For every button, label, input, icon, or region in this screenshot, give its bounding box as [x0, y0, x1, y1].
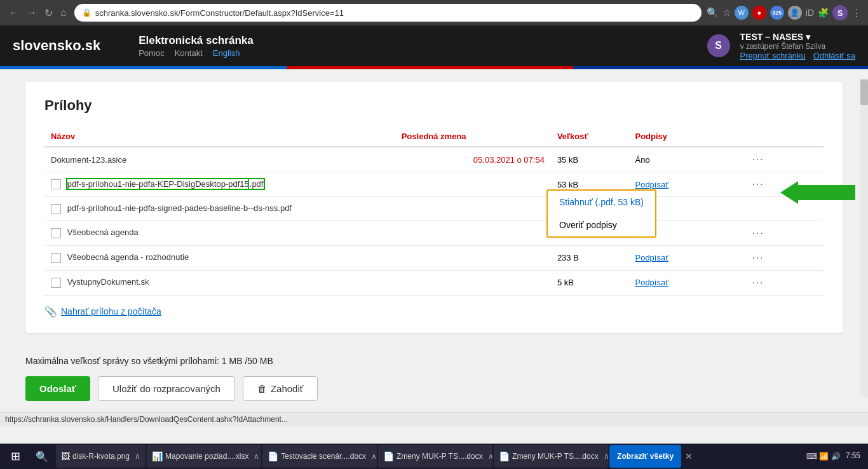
user-avatar: S — [707, 34, 730, 57]
show-all-button[interactable]: Zobraziť všetky — [609, 445, 681, 468]
dropdown-verify[interactable]: Overiť podpisy — [548, 214, 655, 236]
file-checkbox[interactable] — [51, 278, 61, 288]
zahodit-label: Zahodiť — [271, 383, 304, 394]
taskbar-close-1[interactable]: ∧ — [135, 452, 140, 461]
more-actions-btn[interactable]: ··· — [752, 228, 764, 238]
taskbar-item-label-4: Zmeny MUK-P TS....docx — [397, 452, 483, 461]
section-title: Elektronická schránka — [139, 34, 707, 47]
forward-button[interactable]: → — [24, 4, 39, 21]
extensions-icon[interactable]: 🧩 — [818, 8, 829, 18]
more-actions-btn[interactable]: ··· — [752, 277, 764, 288]
taskbar-time: 7:55 — [846, 451, 860, 461]
podpisat-link[interactable]: Podpísať — [635, 253, 668, 262]
time-display: 7:55 — [846, 451, 860, 461]
star-icon[interactable]: ☆ — [722, 7, 731, 18]
profile-icon[interactable]: S — [832, 5, 848, 20]
file-name-cell: pdf-s-prilohou1-nie-pdfa-KEP-DisigDeskto… — [44, 172, 395, 197]
table-row: Všeobecná agenda 132 B ··· — [44, 221, 824, 245]
arrow-body — [798, 185, 855, 200]
home-button[interactable]: ⌂ — [58, 4, 69, 21]
more-actions-btn[interactable]: ··· — [752, 154, 764, 165]
menu-icon[interactable]: ⋮ — [851, 7, 862, 19]
user-info: TEST – NASES ▾ v zastúpení Štefan Szilva… — [740, 32, 855, 60]
table-header-row: Názov Posledná zmena Veľkosť Podpisy — [44, 126, 824, 147]
nav-right: S TEST – NASES ▾ v zastúpení Štefan Szil… — [707, 32, 855, 60]
taskbar-tray: ⌨ 📶 🔊 7:55 — [799, 451, 868, 461]
site-logo: slovensko.sk — [13, 37, 100, 54]
taskbar-item-label-2: Mapovanie poziad....xlsx — [165, 452, 248, 461]
file-checkbox[interactable] — [51, 253, 61, 263]
file-checkbox[interactable] — [51, 204, 61, 214]
table-row: Všeobecná agenda - rozhodnutie 233 B Pod… — [44, 245, 824, 270]
nav-link-kontakt[interactable]: Kontakt — [175, 48, 203, 58]
page-title: Prílohy — [44, 97, 824, 114]
nav-center: Elektronická schránka Pomoc Kontakt Engl… — [139, 34, 707, 58]
file-name: Dokument-123.asice — [51, 155, 126, 165]
file-checkbox[interactable] — [51, 179, 61, 189]
col-header-zmena: Posledná zmena — [395, 126, 551, 147]
taskbar-item-1[interactable]: 🖼 disk-R-kvota.png ∧ — [56, 445, 146, 468]
taskbar-close-2[interactable]: ∧ — [254, 452, 259, 461]
nav-link-english[interactable]: English — [213, 48, 240, 58]
bottom-section: Maximálna veľkosť správy so všetkými prí… — [0, 346, 868, 411]
more-actions-btn[interactable]: ··· — [752, 252, 764, 263]
lock-icon: 🔒 — [82, 8, 92, 17]
col-header-velkost: Veľkosť — [551, 126, 629, 147]
taskbar-item-2[interactable]: 📊 Mapovanie poziad....xlsx ∧ — [147, 445, 261, 468]
windows-icon: ⊞ — [11, 449, 20, 463]
table-row: pdf-s-prilohou1-nie-pdfa-signed-pades-ba… — [44, 197, 824, 221]
taskbar-item-4[interactable]: 📄 Zmeny MUK-P TS....docx ∧ — [378, 445, 492, 468]
user-sub: v zastúpení Štefan Szilva — [740, 42, 855, 51]
taskbar-close-3[interactable]: ∧ — [371, 452, 377, 461]
date-cell — [395, 221, 551, 245]
taskbar-search[interactable]: 🔍 — [31, 444, 53, 469]
date-cell: 05.03.2021 o 07:54 — [395, 147, 551, 172]
date-cell — [395, 270, 551, 295]
back-button[interactable]: ← — [6, 4, 22, 21]
taskbar-item-icon-3: 📄 — [268, 451, 278, 461]
taskbar-close-all[interactable]: ✕ — [685, 451, 693, 461]
start-button[interactable]: ⊞ — [0, 444, 31, 469]
top-navigation: slovensko.sk Elektronická schránka Pomoc… — [0, 25, 868, 66]
upload-link[interactable]: Nahrať prílohu z počítača — [61, 306, 161, 316]
action-cell: ··· — [745, 221, 824, 245]
prepnut-link[interactable]: Prepnúť schránku — [740, 51, 806, 60]
nav-buttons: ← → ↻ ⌂ — [6, 4, 69, 22]
file-checkbox[interactable] — [51, 228, 61, 238]
address-bar[interactable]: 🔒 schranka.slovensko.sk/FormConstructor/… — [74, 4, 702, 22]
taskbar-item-3[interactable]: 📄 Testovacie scenár....docx ∧ — [262, 445, 377, 468]
size-cell: 5 kB — [551, 270, 629, 295]
attachments-table: Názov Posledná zmena Veľkosť Podpisy Dok… — [44, 126, 824, 296]
signatures-cell: Áno — [628, 147, 745, 172]
podpisat-link[interactable]: Podpísať — [635, 278, 668, 287]
file-name: pdf-s-prilohou1-nie-pdfa-KEP-DisigDeskto… — [67, 179, 264, 189]
action-buttons: Odoslať Uložiť do rozpracovaných 🗑 Zahod… — [25, 376, 843, 401]
zahodit-button[interactable]: 🗑 Zahodiť — [243, 376, 318, 401]
green-arrow — [780, 181, 855, 204]
main-wrapper: Prílohy Názov Posledná zmena Veľkosť Pod… — [0, 69, 868, 346]
action-cell: ··· — [745, 147, 824, 172]
ulozit-button[interactable]: Uložiť do rozpracovaných — [98, 376, 235, 401]
search-icon[interactable]: 🔍 — [707, 7, 719, 18]
dropdown-download[interactable]: Stiahnuť (.pdf, 53 kB) — [548, 191, 655, 214]
taskbar-close-4[interactable]: ∧ — [488, 452, 492, 461]
browser-toolbar-icons: 🔍 ☆ W ● 325 👤 iD 🧩 S ⋮ — [707, 5, 862, 20]
date-cell — [395, 245, 551, 270]
podpisat-link[interactable]: Podpísať — [635, 180, 668, 189]
nav-link-pomoc[interactable]: Pomoc — [139, 48, 164, 58]
scrollbar[interactable] — [860, 79, 868, 397]
scrollbar-thumb[interactable] — [860, 79, 868, 105]
file-name-cell: Dokument-123.asice — [44, 147, 395, 172]
odhlasit-link[interactable]: Odhlásiť sa — [813, 51, 855, 60]
dropdown-menu: Stiahnuť (.pdf, 53 kB) Overiť podpisy — [546, 189, 656, 238]
odoslat-button[interactable]: Odoslať — [25, 376, 90, 401]
taskbar-item-5[interactable]: 📄 Zmeny MUK-P TS....docx ∧ — [494, 445, 608, 468]
extension-icon-w: W — [735, 6, 749, 20]
table-row: VystupnyDokument.sk 5 kB Podpísať ··· — [44, 270, 824, 295]
taskbar-close-5[interactable]: ∧ — [604, 452, 608, 461]
user-name: TEST – NASES ▾ — [740, 32, 855, 42]
more-actions-btn[interactable]: ··· — [752, 179, 764, 189]
refresh-button[interactable]: ↻ — [42, 4, 55, 22]
taskbar-item-label-1: disk-R-kvota.png — [72, 452, 130, 461]
action-cell: ··· — [745, 245, 824, 270]
